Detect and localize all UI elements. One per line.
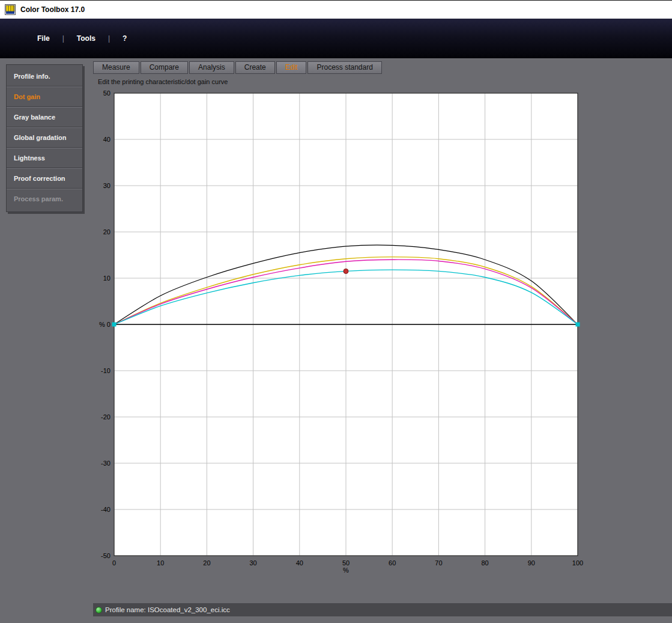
x-tick-label: 100 <box>572 559 583 567</box>
y-tick-label: % 0 <box>99 321 110 328</box>
sidebar-item-profile-info[interactable]: Profile info. <box>7 66 82 87</box>
tab-compare[interactable]: Compare <box>141 61 188 74</box>
menu-separator: | <box>62 34 64 43</box>
x-tick-label: 0 <box>112 559 116 567</box>
y-tick-label: -40 <box>101 506 110 513</box>
dot-gain-chart[interactable]: 01020304050607080901005040302010% 0-10-2… <box>93 77 672 594</box>
title-bar: Color Toolbox 17.0 <box>0 0 672 19</box>
x-tick-label: 80 <box>481 559 488 567</box>
y-tick-label: -30 <box>101 460 110 467</box>
sidebar-item-gray-balance[interactable]: Gray balance <box>7 107 82 127</box>
window-title: Color Toolbox 17.0 <box>20 5 85 14</box>
x-tick-label: 20 <box>203 559 210 567</box>
x-tick-label: 60 <box>389 559 396 567</box>
tab-bar: Measure Compare Analysis Create Edit Pro… <box>93 61 382 74</box>
menu-help[interactable]: ? <box>120 33 129 44</box>
tab-edit[interactable]: Edit <box>276 61 307 74</box>
sidebar: Profile info. Dot gain Gray balance Glob… <box>6 64 83 212</box>
menu-file[interactable]: File <box>35 33 52 44</box>
app-icon <box>5 4 16 15</box>
y-tick-label: 40 <box>103 136 110 143</box>
profile-name-label: Profile name: ISOcoated_v2_300_eci.icc <box>105 606 230 613</box>
sidebar-item-dot-gain[interactable]: Dot gain <box>7 87 82 107</box>
tab-create[interactable]: Create <box>235 61 275 74</box>
curve-handle[interactable] <box>576 323 580 327</box>
x-tick-label: 90 <box>528 559 535 567</box>
y-tick-label: -50 <box>101 552 110 559</box>
y-tick-label: -20 <box>101 413 110 421</box>
curve-handle[interactable] <box>112 323 117 327</box>
status-bar: Profile name: ISOcoated_v2_300_eci.icc <box>93 603 672 616</box>
sidebar-item-proof-correction[interactable]: Proof correction <box>7 168 82 189</box>
tab-process-standard[interactable]: Process standard <box>307 61 381 74</box>
sidebar-item-process-param: Process param. <box>7 189 82 209</box>
y-tick-label: 30 <box>103 182 110 189</box>
tab-analysis[interactable]: Analysis <box>189 61 234 74</box>
x-tick-label: 10 <box>157 559 164 567</box>
y-tick-label: -10 <box>101 367 110 374</box>
menu-bar: File | Tools | ? <box>0 19 672 58</box>
x-tick-label: 70 <box>435 559 442 567</box>
tab-measure[interactable]: Measure <box>93 61 139 74</box>
menu-separator: | <box>108 34 110 43</box>
x-axis-label: % <box>343 567 349 574</box>
x-tick-label: 50 <box>342 559 350 567</box>
sidebar-item-global-gradation[interactable]: Global gradation <box>7 127 82 148</box>
x-tick-label: 40 <box>296 559 303 567</box>
sidebar-item-lightness[interactable]: Lightness <box>7 148 82 168</box>
color-toolbox-window: Color Toolbox 17.0 File | Tools | ? Prof… <box>0 0 672 623</box>
menu-tools[interactable]: Tools <box>74 33 98 44</box>
selected-point[interactable] <box>344 269 348 273</box>
y-tick-label: 20 <box>103 228 110 236</box>
status-ok-icon <box>95 607 102 613</box>
x-tick-label: 30 <box>249 559 256 567</box>
y-tick-label: 50 <box>103 90 110 97</box>
y-tick-label: 10 <box>103 275 110 282</box>
